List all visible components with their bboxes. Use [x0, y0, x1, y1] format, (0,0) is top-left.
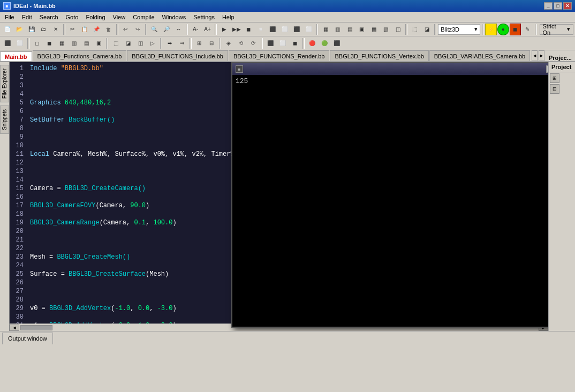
menu-edit[interactable]: Edit: [18, 13, 36, 21]
tb2-btn5[interactable]: ▦: [56, 37, 67, 49]
sidebar-snippets[interactable]: Snippets: [0, 105, 9, 134]
tb2-btn11[interactable]: ◫: [134, 37, 146, 49]
btn-o[interactable]: ◫: [392, 24, 404, 35]
tb2-btn2[interactable]: ⬜: [14, 37, 26, 49]
window-controls[interactable]: _ □ ✕: [544, 2, 572, 10]
output-window-tab[interactable]: Output window: [2, 333, 53, 344]
blitz-dropdown-label: Blitz3D: [441, 26, 459, 33]
font-larger[interactable]: A+: [202, 24, 214, 35]
tb2-btn17[interactable]: ◈: [223, 37, 234, 49]
right-panel: Project ⊞ ⊟: [548, 62, 575, 331]
tb2-btn24[interactable]: 🟢: [319, 37, 330, 49]
tab-bbgl3d-camera[interactable]: BBGL3D_Functions_Camera.bb: [33, 50, 127, 61]
minimize-button[interactable]: _: [544, 2, 553, 10]
menu-folding[interactable]: Folding: [82, 13, 109, 21]
menu-goto[interactable]: Goto: [62, 13, 82, 21]
close-button[interactable]: ✕: [563, 2, 572, 10]
strict-on-button[interactable]: Strict On ▾: [540, 24, 574, 35]
tb2-btn4[interactable]: ◼: [43, 37, 55, 49]
search-button[interactable]: 🔍: [149, 24, 161, 35]
btn-a[interactable]: ▶: [218, 24, 230, 35]
run-button[interactable]: ⚡: [485, 24, 497, 35]
btn-g[interactable]: ⬛: [291, 24, 302, 35]
close-file-button[interactable]: ✕: [50, 24, 62, 35]
edit-button[interactable]: ✎: [521, 24, 533, 35]
btn-d[interactable]: ◽: [255, 24, 267, 35]
project-tab-header[interactable]: Project: [549, 62, 575, 72]
tb2-btn23[interactable]: 🔴: [306, 37, 318, 49]
btn-e[interactable]: ⬛: [267, 24, 278, 35]
open-button[interactable]: 📂: [14, 24, 26, 35]
redo-button[interactable]: ↪: [132, 24, 143, 35]
right-panel-btn1[interactable]: ⊞: [550, 73, 559, 83]
tb2-btn16[interactable]: ⊟: [206, 37, 217, 49]
btn-l[interactable]: ▣: [356, 24, 368, 35]
console-controls[interactable]: _ □ ✕: [546, 65, 548, 73]
tb2-btn1[interactable]: ⬛: [2, 37, 13, 49]
hscroll-thumb[interactable]: [20, 325, 52, 330]
btn-c[interactable]: ◼: [243, 24, 254, 35]
font-smaller[interactable]: A-: [190, 24, 201, 35]
menu-windows[interactable]: Windows: [158, 13, 190, 21]
tb2-btn10[interactable]: ◪: [122, 37, 134, 49]
tb2-btn9[interactable]: ⬚: [110, 37, 122, 49]
btn-q[interactable]: ◪: [421, 24, 433, 35]
tb2-btn15[interactable]: ⊞: [193, 37, 205, 49]
menu-settings[interactable]: Settings: [190, 13, 218, 21]
btn-k[interactable]: ▤: [344, 24, 356, 35]
stop-button[interactable]: ◼: [510, 24, 521, 35]
tb2-btn19[interactable]: ⟳: [247, 37, 259, 49]
tb2-btn8[interactable]: ▣: [93, 37, 104, 49]
tab-bbgl3d-vertex[interactable]: BBGL3D_FUNCTIONS_Vertex.bb: [330, 50, 428, 61]
find-button[interactable]: 🔎: [161, 24, 172, 35]
output-tab-label: Output window: [8, 335, 47, 342]
save-button[interactable]: 💾: [26, 24, 37, 35]
btn-n[interactable]: ▧: [380, 24, 392, 35]
menu-search[interactable]: Search: [36, 13, 62, 21]
sep1: [63, 24, 65, 35]
hscroll-left[interactable]: ◄: [10, 325, 19, 331]
blitz-dropdown[interactable]: Blitz3D ▾: [438, 24, 480, 35]
menu-compile[interactable]: Compile: [129, 13, 158, 21]
menu-file[interactable]: File: [1, 13, 18, 21]
tb2-btn25[interactable]: ⬛: [331, 37, 343, 49]
console-minimize[interactable]: _: [546, 65, 548, 73]
tb2-btn18[interactable]: ⟲: [235, 37, 247, 49]
undo-button[interactable]: ↩: [120, 24, 132, 35]
debug-button[interactable]: ●: [497, 24, 509, 35]
tab-scroll-left[interactable]: ◄: [532, 50, 538, 61]
tb2-btn21[interactable]: ⬜: [277, 37, 289, 49]
maximize-button[interactable]: □: [554, 2, 562, 10]
tb2-btn3[interactable]: ◻: [31, 37, 43, 49]
btn-h[interactable]: ⬜: [303, 24, 315, 35]
tab-main-bb[interactable]: Main.bb: [0, 51, 32, 62]
tb2-btn12[interactable]: ▷: [147, 37, 158, 49]
tab-bbgl3d-include[interactable]: BBGL3D_FUNCTIONS_Include.bb: [127, 50, 228, 61]
btn-p[interactable]: ⬚: [409, 24, 421, 35]
btn-f[interactable]: ⬜: [279, 24, 291, 35]
btn-m[interactable]: ▩: [368, 24, 380, 35]
btn-j[interactable]: ▥: [332, 24, 344, 35]
menu-view[interactable]: View: [109, 13, 130, 21]
menu-help[interactable]: Help: [218, 13, 238, 21]
replace-button[interactable]: ↔: [173, 24, 185, 35]
tb2-btn22[interactable]: ◼: [289, 37, 301, 49]
right-panel-btn2[interactable]: ⊟: [550, 84, 559, 94]
tab-scroll-right[interactable]: ►: [539, 50, 544, 61]
paste-button[interactable]: 📌: [91, 24, 103, 35]
save-all-button[interactable]: 🗂: [38, 24, 50, 35]
tb2-btn7[interactable]: ▤: [80, 37, 92, 49]
tb2-btn20[interactable]: ⬛: [264, 37, 276, 49]
cut-button[interactable]: ✂: [67, 24, 79, 35]
tab-bbgl3d-render[interactable]: BBGL3D_FUNCTIONS_Render.bb: [229, 50, 330, 61]
sidebar-file-explorer[interactable]: File Explorer: [0, 65, 9, 102]
new-button[interactable]: 📄: [2, 24, 13, 35]
btn-b[interactable]: ▶▶: [231, 24, 243, 35]
copy-button[interactable]: 📋: [79, 24, 90, 35]
delete-button[interactable]: 🗑: [103, 24, 115, 35]
tb2-btn14[interactable]: ⇒: [176, 37, 188, 49]
tb2-btn13[interactable]: ➡: [164, 37, 176, 49]
tb2-btn6[interactable]: ▥: [68, 37, 80, 49]
btn-i[interactable]: ▦: [320, 24, 331, 35]
tab-bbgl3d-variables[interactable]: BBGL3D_VARIABLES_Camera.bb: [429, 50, 530, 61]
